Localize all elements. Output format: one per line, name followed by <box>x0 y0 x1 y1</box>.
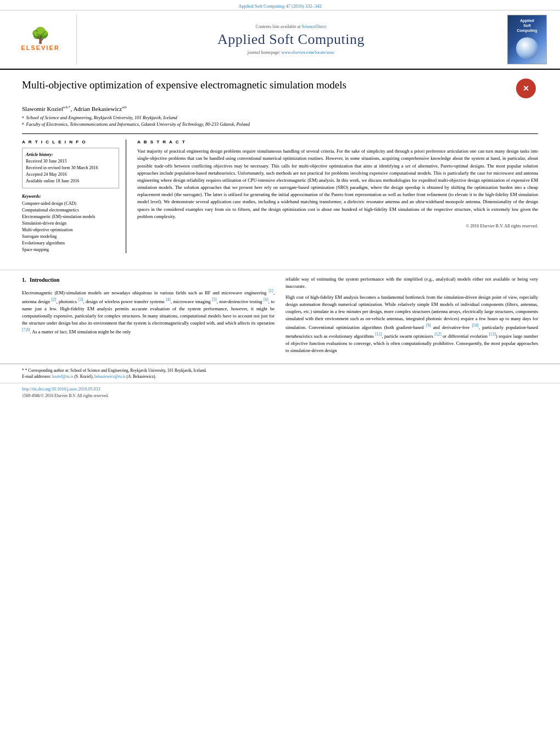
crossmark-icon: ✕ <box>516 79 536 98</box>
page: Applied Soft Computing 47 (2016) 332–342… <box>0 0 560 742</box>
keyword-8: Space mapping <box>22 247 119 253</box>
article-history-box: Article history: Received 30 June 2015 R… <box>22 148 119 188</box>
email-label: E-mail addresses: <box>22 374 51 379</box>
author-koziel-sup: a,b,* <box>63 105 71 109</box>
journal-reference: Applied Soft Computing 47 (2016) 332–342 <box>238 3 321 9</box>
footer: http://dx.doi.org/10.1016/j.asoc.2016.05… <box>0 383 560 401</box>
article-info-column: A R T I C L E I N F O Article history: R… <box>22 140 126 253</box>
keyword-2: Computational electromagnetics <box>22 207 119 214</box>
journal-cover: AppliedSoftComputing <box>505 15 549 64</box>
affil-2: b Faculty of Electronics, Telecommunicat… <box>22 121 538 128</box>
email-bekasiewicz[interactable]: bekasiewicz@ru.is <box>94 374 126 379</box>
affiliations: a School of Science and Engineering, Rey… <box>22 114 538 129</box>
accepted-date: Accepted 24 May 2016 <box>26 171 115 178</box>
info-abstract-section: A R T I C L E I N F O Article history: R… <box>22 133 538 253</box>
keyword-1: Computer-aided design (CAD) <box>22 200 119 207</box>
body-col-right: reliable way of estimating the system pe… <box>285 276 538 358</box>
journal-homepage-line: journal homepage: www.elsevier.com/locat… <box>248 50 335 55</box>
authors-line: Slawomir Koziela,b,*, Adrian Bekasiewicz… <box>22 105 538 112</box>
ref-13[interactable]: [13] <box>489 332 496 337</box>
crossmark-badge: ✕ <box>516 79 538 101</box>
ref-3[interactable]: [3] <box>79 297 83 302</box>
ref-5[interactable]: [5] <box>212 297 217 302</box>
history-label: Article history: <box>26 152 115 158</box>
article-title: Multi-objective optimization of expensiv… <box>22 79 511 92</box>
tree-icon: 🌳 <box>31 28 50 43</box>
keywords-section: Keywords: Computer-aided design (CAD) Co… <box>22 194 119 253</box>
science-direct-link[interactable]: ScienceDirect <box>302 24 327 29</box>
keywords-label: Keywords: <box>22 194 119 199</box>
footnote-corresponding: * * Corresponding author at: School of S… <box>22 367 538 373</box>
article-title-section: Multi-objective optimization of expensiv… <box>22 79 538 101</box>
footnote-corr-text: * Corresponding author at: School of Sci… <box>25 368 207 373</box>
abstract-column: A B S T R A C T Vast majority of practic… <box>137 140 538 253</box>
article-info-label: A R T I C L E I N F O <box>22 140 119 144</box>
affil-1-text: School of Science and Engineering, Reykj… <box>26 114 177 121</box>
email-koziel[interactable]: koziel@ru.is <box>52 374 73 379</box>
footnote-emails: E-mail addresses: koziel@ru.is (S. Kozie… <box>22 373 538 380</box>
journal-main-title: Applied Soft Computing <box>217 31 365 48</box>
keyword-4: Simulation-driven design <box>22 220 119 227</box>
ref-4[interactable]: [4] <box>166 297 171 302</box>
ref-6[interactable]: [6] <box>264 297 268 302</box>
abstract-label: A B S T R A C T <box>137 140 538 144</box>
received-date: Received 30 June 2015 <box>26 158 115 165</box>
cover-decorative-circle <box>516 37 538 59</box>
abstract-text: Vast majority of practical engineering d… <box>137 148 538 220</box>
body-col-left: 1. Introduction Electromagnetic (EM)-sim… <box>22 276 275 358</box>
intro-para-1: Electromagnetic (EM)-simulation models a… <box>22 288 275 336</box>
affil-1-sup: a <box>22 114 24 121</box>
keyword-6: Surrogate modeling <box>22 233 119 240</box>
author-koziel: Slawomir Koziel <box>22 105 63 112</box>
ref-1[interactable]: [1] <box>268 288 273 293</box>
author-bekasiewicz: Adrian Bekasiewicz <box>73 105 122 112</box>
elsevier-logo: 🌳 ELSEVIER <box>11 15 77 64</box>
ref-7-8[interactable]: [7,8] <box>22 327 30 332</box>
intro-para-2: reliable way of estimating the system pe… <box>285 276 538 290</box>
journal-reference-bar: Applied Soft Computing 47 (2016) 332–342 <box>0 0 560 10</box>
footnote-section: * * Corresponding author at: School of S… <box>0 364 560 380</box>
section-title: Introduction <box>30 277 59 283</box>
cover-title: AppliedSoftComputing <box>517 18 537 33</box>
available-date: Available online 18 June 2016 <box>26 178 115 185</box>
affil-2-sup: b <box>22 121 24 128</box>
email-sep-2: (A. Bekasiewicz). <box>126 374 156 379</box>
intro-para-3: High cost of high-fidelity EM analysis b… <box>285 294 538 355</box>
ref-2[interactable]: [2] <box>52 297 57 302</box>
affil-2-text: Faculty of Electronics, Telecommunicatio… <box>26 121 250 128</box>
ref-9[interactable]: [9] <box>426 323 431 328</box>
keyword-3: Electromagnetic (EM)-simulation models <box>22 214 119 220</box>
elsevier-wordmark: ELSEVIER <box>21 44 59 51</box>
issn-text: 1568-4946/© 2016 Elsevier B.V. All right… <box>22 393 109 398</box>
contents-available-line: Contents lists available at ScienceDirec… <box>256 24 327 29</box>
revised-date: Received in revised form 30 March 2016 <box>26 165 115 171</box>
cover-image: AppliedSoftComputing <box>507 15 547 64</box>
keyword-5: Multi-objective optimization <box>22 227 119 233</box>
section-num: 1. <box>22 277 26 283</box>
author-bekasiewicz-sup: a,b <box>122 105 126 109</box>
homepage-link[interactable]: www.elsevier.com/locate/asoc <box>281 50 334 55</box>
intro-heading: 1. Introduction <box>22 276 275 284</box>
ref-12[interactable]: [12] <box>434 332 441 337</box>
journal-title-section: Contents lists available at ScienceDirec… <box>82 15 500 64</box>
copyright-line: © 2016 Elsevier B.V. All rights reserved… <box>137 224 538 228</box>
article-content: Multi-objective optimization of expensiv… <box>0 70 560 264</box>
email-sep-1: (S. Koziel), <box>74 374 93 379</box>
ref-11[interactable]: [11] <box>375 332 382 337</box>
content-divider <box>0 270 560 270</box>
doi-link[interactable]: http://dx.doi.org/10.1016/j.asoc.2016.05… <box>22 387 538 392</box>
body-section: 1. Introduction Electromagnetic (EM)-sim… <box>0 276 560 358</box>
affil-1: a School of Science and Engineering, Rey… <box>22 114 538 121</box>
journal-header: 🌳 ELSEVIER Contents lists available at S… <box>0 10 560 70</box>
keyword-7: Evolutionary algorithms <box>22 240 119 247</box>
ref-10[interactable]: [10] <box>472 323 479 328</box>
